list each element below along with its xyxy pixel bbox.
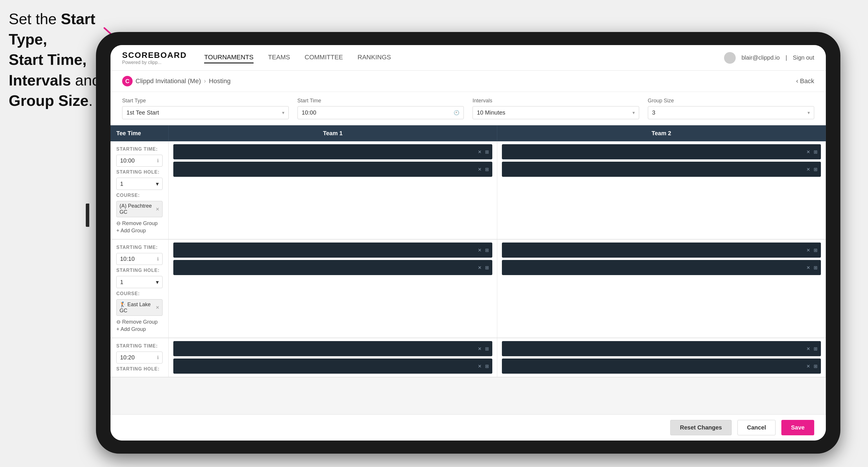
close-icon[interactable]: ✕ — [806, 247, 810, 253]
breadcrumb: C Clippd Invitational (Me) › Hosting — [122, 76, 230, 86]
player-slot: ✕ ⊞ — [502, 359, 821, 374]
close-icon[interactable]: ✕ — [478, 346, 482, 351]
course-tag-1: (A) Peachtree GC ✕ — [116, 201, 162, 217]
nav-committee[interactable]: COMMITTEE — [305, 52, 343, 63]
header-team1: Team 1 — [169, 125, 497, 141]
player-slot: ✕ ⊞ — [173, 359, 492, 374]
table-content: STARTING TIME: 10:00 ℹ STARTING HOLE: 1 … — [111, 141, 826, 414]
close-icon[interactable]: ✕ — [806, 167, 810, 172]
expand-icon[interactable]: ⊞ — [814, 265, 817, 271]
player-slot: ✕ ⊞ — [502, 341, 821, 356]
start-time-select[interactable]: 10:00 🕙 — [298, 106, 464, 119]
group-size-group: Group Size 3 ▾ — [648, 98, 814, 119]
expand-icon[interactable]: ⊞ — [485, 167, 489, 172]
add-group-2[interactable]: + Add Group — [116, 326, 162, 332]
action-links-2: ⊖ Remove Group + Add Group — [116, 319, 162, 332]
expand-icon[interactable]: ⊞ — [485, 364, 489, 369]
start-type-group: Start Type 1st Tee Start ▾ — [122, 98, 289, 119]
back-button[interactable]: ‹ Back — [796, 77, 814, 85]
close-icon[interactable]: ✕ — [806, 364, 810, 369]
starting-hole-select-1[interactable]: 1 ▾ — [116, 178, 162, 190]
navbar: SCOREBOARD Powered by clipp... TOURNAMEN… — [111, 45, 826, 71]
clock-icon: 🕙 — [454, 110, 460, 116]
team2-cell-3: ✕ ⊞ ✕ ⊞ — [497, 338, 826, 377]
tournament-link[interactable]: Clippd Invitational (Me) — [135, 77, 201, 85]
info-icon-3: ℹ — [157, 355, 159, 360]
player-slot: ✕ ⊞ — [173, 243, 492, 258]
close-icon[interactable]: ✕ — [478, 247, 482, 253]
remove-group-1[interactable]: ⊖ Remove Group — [116, 220, 162, 226]
starting-time-input-2[interactable]: 10:10 ℹ — [116, 253, 162, 265]
starting-hole-label-2: STARTING HOLE: — [116, 268, 162, 273]
intervals-label: Intervals — [472, 98, 639, 104]
start-type-select[interactable]: 1st Tee Start ▾ — [122, 106, 289, 119]
team2-cell-1: ✕ ⊞ ✕ ⊞ — [497, 141, 826, 239]
player-slot: ✕ ⊞ — [173, 260, 492, 275]
starting-hole-label-3: STARTING HOLE: — [116, 366, 162, 372]
settings-bar: Start Type 1st Tee Start ▾ Start Time 10… — [111, 92, 826, 125]
header-tee-time: Tee Time — [111, 125, 169, 141]
tablet-frame: SCOREBOARD Powered by clipp... TOURNAMEN… — [96, 32, 840, 454]
nav-rankings[interactable]: RANKINGS — [358, 52, 391, 63]
close-icon[interactable]: ✕ — [478, 167, 482, 172]
add-group-1[interactable]: + Add Group — [116, 228, 162, 234]
expand-icon[interactable]: ⊞ — [485, 149, 489, 155]
cancel-button[interactable]: Cancel — [738, 420, 776, 435]
expand-icon[interactable]: ⊞ — [814, 167, 817, 172]
expand-icon[interactable]: ⊞ — [814, 247, 817, 253]
player-slot: ✕ ⊞ — [502, 260, 821, 275]
intervals-select[interactable]: 10 Minutes ▾ — [472, 106, 639, 119]
nav-teams[interactable]: TEAMS — [268, 52, 290, 63]
remove-group-2[interactable]: ⊖ Remove Group — [116, 319, 162, 325]
table-row: STARTING TIME: 10:10 ℹ STARTING HOLE: 1 … — [111, 240, 826, 338]
close-icon[interactable]: ✕ — [806, 149, 810, 155]
starting-hole-label-1: STARTING HOLE: — [116, 169, 162, 175]
user-avatar — [724, 52, 736, 64]
course-label-1: COURSE: — [116, 193, 162, 198]
intervals-group: Intervals 10 Minutes ▾ — [472, 98, 639, 119]
info-icon-1: ℹ — [157, 158, 159, 163]
expand-icon[interactable]: ⊞ — [485, 346, 489, 351]
expand-icon[interactable]: ⊞ — [485, 247, 489, 253]
remove-course-1[interactable]: ✕ — [156, 207, 159, 212]
save-button[interactable]: Save — [781, 420, 814, 435]
player-slot: ✕ ⊞ — [502, 144, 821, 159]
logo-text: SCOREBOARD — [122, 51, 187, 60]
team2-cell-2: ✕ ⊞ ✕ ⊞ — [497, 240, 826, 338]
tee-left-2: STARTING TIME: 10:10 ℹ STARTING HOLE: 1 … — [111, 240, 169, 338]
starting-time-input-1[interactable]: 10:00 ℹ — [116, 155, 162, 167]
expand-icon[interactable]: ⊞ — [485, 265, 489, 271]
expand-icon[interactable]: ⊞ — [814, 149, 817, 155]
tee-left-3: STARTING TIME: 10:20 ℹ STARTING HOLE: — [111, 338, 169, 377]
starting-hole-select-2[interactable]: 1 ▾ — [116, 276, 162, 288]
chevron-hole-1: ▾ — [156, 180, 159, 187]
table-row: STARTING TIME: 10:00 ℹ STARTING HOLE: 1 … — [111, 141, 826, 240]
action-bar: Reset Changes Cancel Save — [111, 414, 826, 440]
close-icon[interactable]: ✕ — [806, 346, 810, 351]
tablet-screen: SCOREBOARD Powered by clipp... TOURNAMEN… — [111, 45, 826, 440]
nav-tournaments[interactable]: TOURNAMENTS — [204, 52, 254, 63]
expand-icon[interactable]: ⊞ — [814, 346, 817, 351]
reset-changes-button[interactable]: Reset Changes — [670, 420, 732, 435]
starting-time-label-3: STARTING TIME: — [116, 343, 162, 349]
close-icon[interactable]: ✕ — [806, 265, 810, 271]
breadcrumb-bar: C Clippd Invitational (Me) › Hosting ‹ B… — [111, 71, 826, 92]
starting-time-input-3[interactable]: 10:20 ℹ — [116, 351, 162, 364]
breadcrumb-separator: › — [204, 77, 206, 85]
sign-out-link[interactable]: Sign out — [793, 54, 814, 61]
expand-icon[interactable]: ⊞ — [814, 364, 817, 369]
close-icon[interactable]: ✕ — [478, 265, 482, 271]
start-time-group: Start Time 10:00 🕙 — [298, 98, 464, 119]
tee-left-1: STARTING TIME: 10:00 ℹ STARTING HOLE: 1 … — [111, 141, 169, 239]
start-time-label: Start Time — [298, 98, 464, 104]
group-size-label: Group Size — [648, 98, 814, 104]
nav-links: TOURNAMENTS TEAMS COMMITTEE RANKINGS — [204, 52, 724, 63]
info-icon-2: ℹ — [157, 256, 159, 262]
action-links-1: ⊖ Remove Group + Add Group — [116, 220, 162, 234]
close-icon[interactable]: ✕ — [478, 364, 482, 369]
group-size-select[interactable]: 3 ▾ — [648, 106, 814, 119]
course-tag-2: 🏌 East Lake GC ✕ — [116, 299, 162, 316]
start-type-label: Start Type — [122, 98, 289, 104]
close-icon[interactable]: ✕ — [478, 149, 482, 155]
remove-course-2[interactable]: ✕ — [156, 305, 159, 310]
